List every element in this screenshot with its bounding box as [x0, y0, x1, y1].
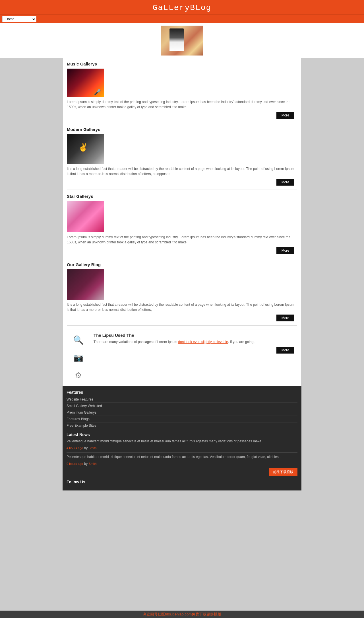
features-link-2[interactable]: Small Gallery Websited: [67, 404, 102, 408]
extra-link[interactable]: dont look even slightly believable: [178, 340, 228, 344]
extra-paragraph: There are many variations of passages of…: [94, 339, 297, 344]
gallery-title-modern: Modern Gallerys: [67, 127, 297, 132]
gallery-text-star: Lorem Ipsum is simply dummy text of the …: [67, 235, 297, 245]
image-icon: 📷: [73, 353, 83, 362]
footer-latest-news: Latest News Pellentesque habitant morbi …: [67, 432, 297, 476]
footer-news-by-1: by: [84, 446, 88, 450]
footer-dark: Features Website Features Small Gallery …: [63, 386, 301, 490]
search-icon: 🔍: [73, 335, 84, 345]
gallery-thumb-blog: [67, 269, 104, 300]
extra-section: 🔍 📷 ⚙ The Lipsu Used The There are many …: [67, 330, 297, 382]
more-button-blog[interactable]: More: [276, 315, 294, 321]
gallery-text-modern: It is a long established fact that a rea…: [67, 166, 297, 176]
list-item[interactable]: Small Gallery Websited: [67, 403, 297, 409]
main-content: Music Gallerys Lorem Ipsum is simply dum…: [63, 58, 301, 386]
site-title: GaLLeryBLog: [0, 3, 364, 12]
list-item[interactable]: Features Blogs: [67, 416, 297, 422]
footer-news-text-1: Pellentesque habitant morbi tristique se…: [67, 439, 297, 444]
banner-image: [161, 26, 203, 56]
gallery-thumb-modern: [67, 134, 104, 164]
gallery-text-music: Lorem Ipsum is simply dummy text of the …: [67, 99, 297, 110]
gallery-text-blog: It is a long established fact that a rea…: [67, 302, 297, 312]
nav-bar: Home Gallery Blog About: [0, 15, 364, 23]
gallery-thumb-music: [67, 69, 104, 97]
footer-features: Features Website Features Small Gallery …: [67, 390, 297, 429]
image-icon-box: 📷: [71, 350, 85, 365]
more-button-extra[interactable]: More: [276, 347, 294, 354]
footer-news-author-2: Smith: [88, 462, 96, 465]
more-button-modern[interactable]: More: [276, 179, 294, 186]
search-icon-box: 🔍: [71, 333, 85, 347]
list-item[interactable]: Website Features: [67, 396, 297, 403]
footer-bottom: Pellentesque habitant morbi tristique se…: [67, 454, 297, 476]
footer-news-time-1: 4 hours ago: [67, 446, 83, 450]
footer-features-list: Website Features Small Gallery Websited …: [67, 396, 297, 429]
extra-text-after: . If you are going ,: [228, 340, 255, 344]
footer-news-meta-1: 4 hours ago by Smith: [67, 445, 297, 451]
footer-news-meta-2: 9 hours ago by Smith: [67, 461, 297, 466]
gallery-section-blog: Our Gallery Blog It is a long establishe…: [67, 262, 297, 326]
site-header: GaLLeryBLog: [0, 0, 364, 15]
gallery-thumb-star: [67, 201, 104, 232]
footer-follow: Follow Us: [67, 480, 297, 484]
gallery-section-modern: Modern Gallerys It is a long established…: [67, 127, 297, 190]
gallery-title-blog: Our Gallery Blog: [67, 262, 297, 267]
more-button-star[interactable]: More: [276, 247, 294, 254]
banner: [0, 23, 364, 58]
features-link-3[interactable]: Premimum Gallerys: [67, 410, 96, 414]
footer-news-heading: Latest News: [67, 432, 297, 437]
footer-news-author-1: Smith: [88, 446, 96, 450]
footer-features-heading: Features: [67, 390, 297, 395]
list-item[interactable]: Free Example Sites: [67, 422, 297, 429]
nav-select[interactable]: Home Gallery Blog About: [2, 16, 36, 22]
footer-follow-heading: Follow Us: [67, 480, 297, 484]
features-link-1[interactable]: Website Features: [67, 397, 93, 401]
gallery-section-star: Star Gallerys Lorem Ipsum is simply dumm…: [67, 194, 297, 258]
download-button[interactable]: 前往下载模版: [269, 468, 297, 476]
features-link-5[interactable]: Free Example Sites: [67, 424, 96, 428]
extra-text-area: The Lipsu Used The There are many variat…: [94, 333, 297, 354]
icons-column: 🔍 📷 ⚙: [67, 333, 90, 382]
gear-icon-box: ⚙: [71, 368, 85, 382]
gallery-title-music: Music Gallerys: [67, 61, 297, 66]
gallery-section-music: Music Gallerys Lorem Ipsum is simply dum…: [67, 61, 297, 123]
features-link-4[interactable]: Features Blogs: [67, 417, 90, 421]
list-item[interactable]: Premimum Gallerys: [67, 409, 297, 416]
more-button-music[interactable]: More: [276, 112, 294, 119]
extra-text-before: There are many variations of passages of…: [94, 340, 178, 344]
gallery-title-star: Star Gallerys: [67, 194, 297, 199]
extra-title: The Lipsu Used The: [94, 333, 297, 338]
footer-news-time-2: 9 hours ago: [67, 462, 83, 465]
footer-news-text-2: Pellentesque habitant morbi tristique se…: [67, 454, 297, 459]
gear-icon: ⚙: [75, 371, 82, 380]
footer-news-by-2: by: [84, 462, 88, 466]
